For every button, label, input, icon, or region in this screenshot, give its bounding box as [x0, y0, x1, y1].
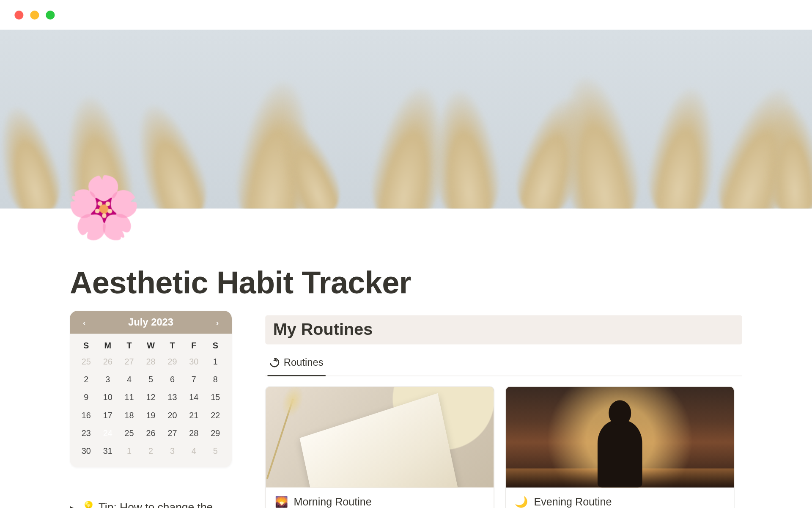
lightbulb-icon: 💡 [82, 501, 96, 508]
refresh-icon [270, 358, 279, 367]
calendar-day[interactable]: 20 [162, 409, 183, 422]
calendar-day[interactable]: 21 [183, 409, 205, 422]
minimize-window-button[interactable] [30, 10, 39, 19]
calendar-day-other-month[interactable]: 30 [183, 356, 205, 368]
calendar-day-other-month[interactable]: 27 [118, 356, 140, 368]
window-titlebar [0, 0, 812, 30]
calendar-month-label: July 2023 [128, 316, 173, 328]
card-cover-image [266, 387, 494, 488]
calendar-dow: T [162, 340, 183, 350]
calendar-day[interactable]: 3 [97, 373, 118, 386]
calendar-day[interactable]: 26 [140, 427, 162, 439]
toggle-triangle-icon: ▶ [70, 502, 76, 508]
calendar-grid: SMTWTFS252627282930123456789101112131415… [75, 340, 226, 457]
calendar-day[interactable]: 10 [97, 391, 118, 403]
calendar-day-other-month[interactable]: 25 [75, 356, 97, 368]
routines-heading: My Routines [273, 320, 735, 339]
calendar-header: ‹ July 2023 › [70, 311, 232, 334]
card-cover-image [506, 387, 734, 488]
calendar-day-other-month[interactable]: 28 [140, 356, 162, 368]
tip-toggle[interactable]: ▶ 💡 Tip: How to change the colors of the… [70, 499, 232, 508]
tab-routines-label: Routines [284, 356, 324, 368]
calendar-day[interactable]: 8 [205, 373, 226, 386]
calendar-dow: S [205, 340, 226, 350]
calendar-day[interactable]: 11 [118, 391, 140, 403]
calendar-day[interactable]: 6 [162, 373, 183, 386]
calendar-widget: ‹ July 2023 › SMTWTFS2526272829301234567… [70, 311, 232, 467]
routines-cards: 🌄 Morning Routine 🌙 Evening Routine [265, 386, 742, 508]
calendar-day[interactable]: 1 [205, 356, 226, 368]
calendar-prev-button[interactable]: ‹ [79, 317, 90, 327]
calendar-dow: T [118, 340, 140, 350]
calendar-day[interactable]: 2 [75, 373, 97, 386]
page-icon[interactable]: 🌸 [66, 177, 141, 238]
calendar-day[interactable]: 25 [118, 427, 140, 439]
calendar-day[interactable]: 14 [183, 391, 205, 403]
moon-icon: 🌙 [515, 495, 528, 508]
calendar-day[interactable]: 17 [97, 409, 118, 422]
calendar-next-button[interactable]: › [211, 317, 222, 327]
calendar-day-other-month[interactable]: 29 [162, 356, 183, 368]
card-title: Morning Routine [294, 496, 372, 508]
calendar-dow: W [140, 340, 162, 350]
calendar-dow: F [183, 340, 205, 350]
calendar-day[interactable]: 4 [118, 373, 140, 386]
calendar-day[interactable]: 5 [140, 373, 162, 386]
card-evening-routine[interactable]: 🌙 Evening Routine [505, 386, 734, 508]
routines-tabs: Routines [265, 352, 742, 376]
card-morning-routine[interactable]: 🌄 Morning Routine [265, 386, 494, 508]
calendar-day[interactable]: 28 [183, 427, 205, 439]
calendar-day[interactable]: 19 [140, 409, 162, 422]
close-window-button[interactable] [14, 10, 23, 19]
tip-text: 💡 Tip: How to change the colors of the c… [82, 499, 232, 508]
calendar-day[interactable]: 16 [75, 409, 97, 422]
zoom-window-button[interactable] [46, 10, 55, 19]
calendar-day[interactable]: 29 [205, 427, 226, 439]
calendar-day-other-month[interactable]: 5 [205, 445, 226, 457]
calendar-dow: M [97, 340, 118, 350]
calendar-day-today[interactable]: 24 [97, 427, 118, 439]
calendar-day[interactable]: 18 [118, 409, 140, 422]
calendar-dow: S [75, 340, 97, 350]
calendar-day[interactable]: 31 [97, 445, 118, 457]
page-title[interactable]: Aesthetic Habit Tracker [70, 265, 742, 301]
calendar-day[interactable]: 9 [75, 391, 97, 403]
card-title: Evening Routine [534, 496, 612, 508]
calendar-day-other-month[interactable]: 3 [162, 445, 183, 457]
calendar-day-other-month[interactable]: 26 [97, 356, 118, 368]
sunrise-icon: 🌄 [275, 495, 288, 508]
calendar-day[interactable]: 30 [75, 445, 97, 457]
tip-label: Tip: How to change the colors of the cal… [82, 501, 224, 508]
calendar-day[interactable]: 15 [205, 391, 226, 403]
calendar-day[interactable]: 23 [75, 427, 97, 439]
calendar-day[interactable]: 27 [162, 427, 183, 439]
calendar-day-other-month[interactable]: 4 [183, 445, 205, 457]
calendar-day[interactable]: 13 [162, 391, 183, 403]
tab-routines[interactable]: Routines [268, 352, 326, 376]
calendar-day[interactable]: 22 [205, 409, 226, 422]
calendar-day[interactable]: 12 [140, 391, 162, 403]
calendar-day[interactable]: 7 [183, 373, 205, 386]
calendar-day-other-month[interactable]: 1 [118, 445, 140, 457]
routines-heading-block: My Routines [265, 315, 742, 345]
calendar-day-other-month[interactable]: 2 [140, 445, 162, 457]
